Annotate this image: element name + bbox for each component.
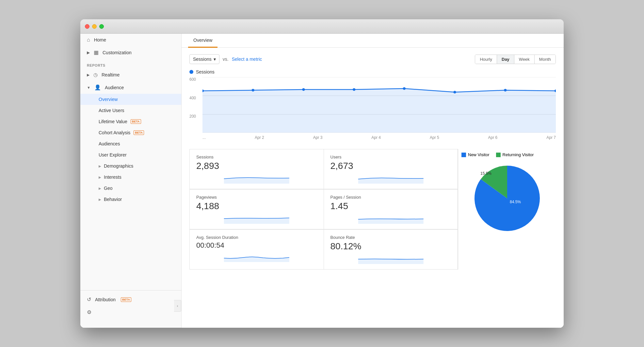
sidebar-item-cohort-analysis[interactable]: Cohort Analysis BETA (80, 127, 181, 138)
chart-area (202, 89, 556, 133)
metric-card-pages-per-session: Pages / Session 1.45 (324, 189, 458, 229)
sidebar-item-demographics[interactable]: ▶ Demographics (80, 160, 181, 172)
sessions-legend-dot (189, 70, 193, 74)
pages-per-session-sparkline (330, 214, 451, 224)
content-area: Sessions ▾ vs. Select a metric Hourly Da… (182, 48, 564, 276)
geo-label: Geo (104, 186, 112, 191)
chart-point-4 (403, 87, 406, 90)
cohort-analysis-beta: BETA (134, 130, 144, 135)
bounce-rate-sparkline (330, 254, 451, 264)
sidebar-item-overview[interactable]: Overview (80, 94, 181, 105)
maximize-button[interactable] (99, 24, 104, 29)
titlebar (80, 19, 564, 34)
x-label-apr3: Apr 3 (313, 135, 323, 140)
app-body: ⌂ Home ▶ ▦ Customization REPORTS ▶ ◷ (80, 34, 564, 328)
sessions-sparkline (196, 174, 317, 184)
sidebar-item-lifetime-value[interactable]: Lifetime Value BETA (80, 116, 181, 127)
pie-chart-svg: 84.5% 15.5% (471, 162, 543, 234)
chart-point-5 (453, 91, 456, 93)
tab-overview[interactable]: Overview (188, 34, 217, 48)
sidebar-item-interests[interactable]: ▶ Interests (80, 172, 181, 183)
metric-card-bounce-rate: Bounce Rate 80.12% (324, 229, 458, 270)
avg-session-duration-sparkline (196, 252, 317, 262)
close-button[interactable] (85, 24, 89, 29)
users-value: 2,673 (330, 161, 451, 171)
metric-selector: Sessions ▾ vs. Select a metric (189, 54, 262, 64)
minimize-button[interactable] (92, 24, 97, 29)
new-visitor-pct-label: 84.5% (509, 200, 521, 204)
y-label-600: 600 (189, 77, 202, 82)
chart-container: 600 400 200 (189, 77, 556, 142)
sidebar-item-geo[interactable]: ▶ Geo (80, 183, 181, 194)
tab-overview-label: Overview (193, 38, 212, 43)
overview-label: Overview (99, 97, 118, 102)
pie-chart-container: 84.5% 15.5% (461, 162, 553, 234)
dropdown-arrow-icon: ▾ (214, 57, 216, 62)
bounce-rate-label: Bounce Rate (330, 235, 451, 240)
sidebar-item-active-users[interactable]: Active Users (80, 105, 181, 116)
returning-visitor-label: Returning Visitor (503, 152, 534, 157)
time-btn-day[interactable]: Day (497, 55, 514, 64)
sidebar-item-home[interactable]: ⌂ Home (80, 34, 181, 46)
x-label-apr7: Apr 7 (546, 135, 556, 140)
sidebar-item-behavior[interactable]: ▶ Behavior (80, 194, 181, 205)
metric-dropdown[interactable]: Sessions ▾ (189, 54, 219, 64)
chart-point-1 (251, 89, 254, 91)
home-icon: ⌂ (87, 37, 90, 43)
sidebar-item-attribution[interactable]: ↺ Attribution BETA (80, 293, 181, 306)
y-label-200: 200 (189, 114, 202, 119)
sidebar-item-audiences[interactable]: Audiences (80, 138, 181, 149)
sidebar-wrapper: ⌂ Home ▶ ▦ Customization REPORTS ▶ ◷ (80, 34, 181, 321)
pageviews-label: Pageviews (196, 195, 317, 200)
collapse-icon: ‹ (177, 304, 178, 308)
customization-icon: ▦ (94, 49, 99, 56)
chart-y-labels: 600 400 200 (189, 77, 202, 133)
metric-dropdown-label: Sessions (193, 57, 212, 62)
audience-icon: 👤 (94, 84, 101, 91)
attribution-icon: ↺ (87, 296, 91, 303)
chart-point-2 (302, 88, 305, 91)
sidebar-item-realtime[interactable]: ▶ ◷ Realtime (80, 69, 181, 81)
metrics-row-2: Pageviews 4,188 (189, 189, 458, 229)
sidebar-item-customization[interactable]: ▶ ▦ Customization (80, 46, 181, 59)
sidebar: ⌂ Home ▶ ▦ Customization REPORTS ▶ ◷ (80, 34, 182, 328)
sidebar-item-audience[interactable]: ▼ 👤 Audience (80, 81, 181, 94)
customization-label: Customization (103, 50, 132, 55)
select-metric-link[interactable]: Select a metric (232, 57, 262, 62)
metric-card-sessions: Sessions 2,893 (189, 149, 324, 189)
time-btn-week[interactable]: Week (514, 55, 535, 64)
users-sparkline (330, 174, 451, 184)
chart-canvas (202, 77, 556, 133)
time-btn-month[interactable]: Month (535, 55, 555, 64)
pages-per-session-label: Pages / Session (330, 195, 451, 200)
main-content: Overview Sessions ▾ vs. Select a metric (182, 34, 564, 328)
audiences-label: Audiences (99, 141, 120, 146)
chart-point-6 (504, 89, 507, 91)
lifetime-value-label: Lifetime Value (99, 119, 127, 124)
time-btn-hourly[interactable]: Hourly (475, 55, 497, 64)
attribution-label: Attribution (95, 297, 116, 302)
metrics-pie-container: Sessions 2,893 (189, 149, 556, 270)
metrics-row-1: Sessions 2,893 (189, 149, 458, 189)
returning-visitor-color (496, 153, 501, 157)
sidebar-collapse-button[interactable]: ‹ (174, 300, 181, 312)
sidebar-settings[interactable]: ⚙ (80, 306, 181, 319)
expand-customization-icon: ▶ (87, 50, 90, 55)
settings-icon: ⚙ (87, 309, 91, 315)
chart-legend: Sessions (189, 69, 556, 74)
pageviews-sparkline (196, 214, 317, 224)
sidebar-item-user-explorer[interactable]: User Explorer (80, 149, 181, 160)
time-range-buttons: Hourly Day Week Month (475, 55, 556, 64)
traffic-lights (85, 24, 104, 29)
sessions-label: Sessions (196, 155, 317, 159)
home-label: Home (94, 37, 106, 42)
demographics-label: Demographics (104, 163, 133, 169)
users-label: Users (330, 155, 451, 159)
vs-text: vs. (223, 57, 229, 62)
attribution-beta: BETA (121, 297, 131, 302)
geo-expand-icon: ▶ (99, 187, 101, 190)
audience-label: Audience (105, 85, 124, 90)
top-controls: Sessions ▾ vs. Select a metric Hourly Da… (189, 54, 556, 64)
cohort-analysis-label: Cohort Analysis (99, 130, 130, 135)
pageviews-value: 4,188 (196, 201, 317, 211)
